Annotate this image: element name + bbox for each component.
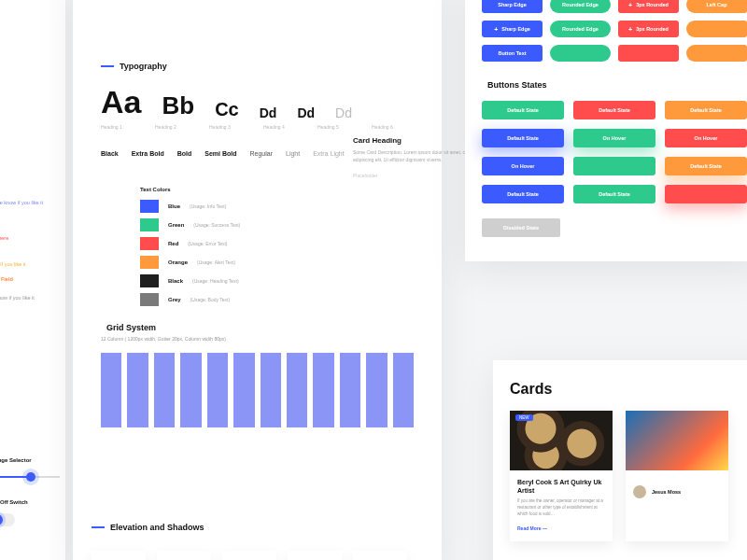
glyph-dd-3: Dd	[335, 105, 352, 120]
elevation-heading: Elevation and Shadows	[92, 523, 204, 532]
hint-grey: me know if you like it	[0, 295, 35, 301]
grid-system-heading: Grid System	[101, 323, 414, 332]
text-colors-label: Text Colors	[140, 187, 414, 192]
panel-typography: Typography Aa Bb Cc Dd Dd Dd Heading 1He…	[73, 0, 442, 560]
glyph-cc: Cc	[215, 99, 239, 120]
panel-cards: Cards NEW Beryl Cook S Art Quirky Uk Art…	[493, 360, 747, 560]
state-button-blue[interactable]: Default State	[482, 129, 564, 147]
button-orange[interactable]	[686, 21, 747, 37]
weight-semi-bold: Semi Bold	[204, 150, 236, 157]
cards-heading: Cards	[510, 381, 747, 398]
weight-bold: Bold	[177, 150, 192, 157]
button-blue[interactable]: +Sharp Edge	[482, 21, 543, 37]
weight-black: Black	[101, 150, 119, 157]
color-row: Orange (Usage: Alert Text)	[140, 256, 414, 269]
button-states-grid: Default StateDefault StateDefault StateD…	[482, 101, 747, 203]
button-red[interactable]: +3px Rounded	[618, 0, 679, 13]
card-title: Beryl Cook S Art Quirky Uk Artist	[517, 478, 605, 495]
weight-extra-bold: Extra Bold	[132, 150, 164, 157]
new-badge: NEW	[515, 414, 533, 421]
hint-orange: know if you like it	[0, 261, 26, 267]
state-button-green[interactable]	[573, 157, 655, 175]
button-states-heading: Buttons States	[482, 80, 747, 90]
button-orange[interactable]: Left Cap	[686, 0, 747, 13]
state-button-red[interactable]: Default State	[573, 101, 655, 119]
elevation-samples	[92, 551, 407, 560]
hint-blue: Let me know if you like it	[0, 200, 43, 205]
glyph-dd-2: Dd	[297, 105, 315, 120]
button-blue[interactable]: Sharp Edge	[482, 0, 543, 13]
input-field-label: Input Field	[0, 276, 13, 282]
grid-system-desc: 12 Column ( 1200px width, Gutter 20px, C…	[101, 336, 414, 342]
card-author[interactable]: Jesus Moss	[626, 411, 728, 541]
color-row: Black (Usage: Heading Text)	[140, 274, 414, 287]
state-button-blue[interactable]: Default State	[482, 185, 564, 203]
card-text: If you are the owner, operator or manage…	[517, 498, 605, 517]
glyph-bb: Bb	[162, 91, 194, 120]
typography-heading: Typography	[101, 62, 414, 71]
button-red[interactable]: +3px Rounded	[618, 21, 679, 37]
glyph-aa: Aa	[101, 84, 141, 120]
color-row: Blue (Usage: Info Text)	[140, 200, 414, 213]
weight-regular: Regular	[250, 150, 274, 157]
button-blue[interactable]: Button Text	[482, 45, 543, 62]
read-more-link[interactable]: Read More —	[517, 525, 547, 531]
color-row: Red (Usage: Error Text)	[140, 237, 414, 250]
button-red[interactable]	[618, 45, 679, 62]
text-colors-section: Text Colors Blue (Usage: Info Text)Green…	[101, 187, 414, 306]
button-variants-grid: Sharp EdgeRounded Edge+3px RoundedLeft C…	[482, 0, 747, 62]
state-button-red[interactable]: On Hover	[665, 129, 747, 147]
toggle-switch[interactable]	[0, 513, 15, 526]
color-row: Green (Usage: Success Text)	[140, 218, 414, 231]
state-button-orange[interactable]: Default State	[665, 101, 747, 119]
author-name: Jesus Moss	[652, 489, 681, 495]
state-button-blue[interactable]: On Hover	[482, 157, 564, 175]
card-article[interactable]: NEW Beryl Cook S Art Quirky Uk Artist If…	[510, 411, 613, 541]
slider-knob[interactable]	[26, 472, 35, 482]
weight-extra-light: Extra Light	[313, 150, 344, 157]
button-green[interactable]: Rounded Edge	[550, 0, 611, 13]
disabled-button: Disabled State	[482, 218, 560, 237]
weight-light: Light	[286, 150, 300, 157]
button-green[interactable]: Rounded Edge	[550, 21, 611, 37]
button-orange[interactable]	[686, 45, 747, 62]
panel-buttons: Sharp EdgeRounded Edge+3px RoundedLeft C…	[465, 0, 747, 261]
heading-size-labels: Heading 1Heading 2Heading 3Heading 4Head…	[101, 124, 414, 130]
hint-red: right here	[0, 235, 8, 241]
panel-form-controls: Let me know if you like it right here kn…	[0, 0, 65, 560]
glyph-dd-1: Dd	[260, 105, 277, 120]
range-selector-label: Range Selector	[0, 457, 32, 463]
card-image	[626, 411, 728, 470]
state-button-green[interactable]: Default State	[482, 101, 564, 119]
range-slider[interactable]	[0, 476, 60, 478]
state-button-orange[interactable]: Default State	[665, 157, 747, 175]
switch-label: On/Off Switch	[0, 499, 28, 505]
glyph-row: Aa Bb Cc Dd Dd Dd	[101, 84, 414, 120]
author-avatar	[633, 485, 646, 498]
color-row: Grey (Usage: Body Text)	[140, 293, 414, 306]
state-button-green[interactable]: On Hover	[573, 129, 655, 147]
button-green[interactable]	[550, 45, 611, 62]
grid-columns-preview	[101, 353, 414, 427]
state-button-red[interactable]	[665, 185, 747, 203]
state-button-green[interactable]: Default State	[573, 185, 655, 203]
